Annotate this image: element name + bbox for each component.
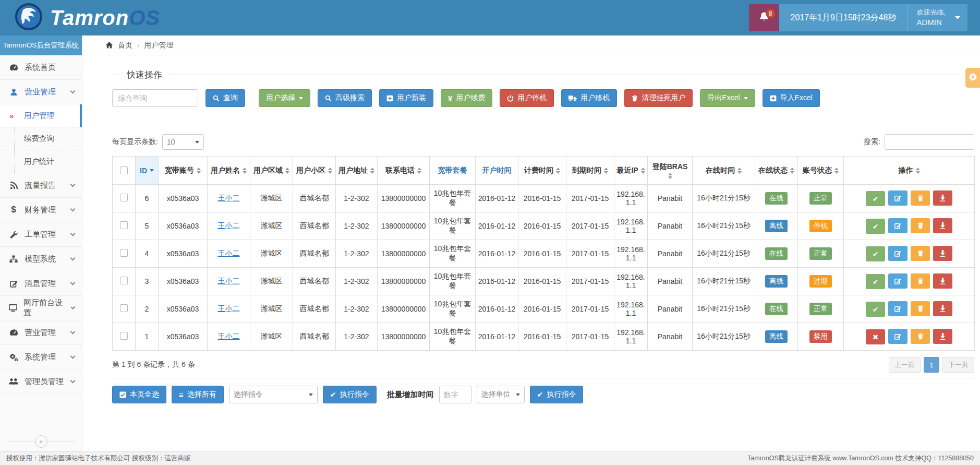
quick-op-button-2[interactable]: 高级搜索 bbox=[318, 89, 372, 107]
sidebar-item-9[interactable]: 系统管理 bbox=[0, 345, 82, 369]
user-name-link[interactable]: 王小二 bbox=[218, 221, 240, 230]
column-header-17[interactable]: 操作 bbox=[844, 157, 975, 185]
quick-op-button-3[interactable]: 用户新装 bbox=[379, 89, 433, 107]
download-icon bbox=[940, 305, 946, 312]
column-header-4[interactable]: 用户区域 bbox=[250, 157, 293, 185]
user-name-link[interactable]: 王小二 bbox=[218, 249, 240, 257]
download-user-button[interactable] bbox=[933, 218, 952, 233]
download-user-button[interactable] bbox=[933, 329, 952, 344]
cell-id: 6 bbox=[136, 185, 159, 212]
quick-op-button-1[interactable]: 用户选择 bbox=[259, 89, 310, 107]
delete-user-button[interactable] bbox=[911, 273, 930, 289]
user-name-link[interactable]: 王小二 bbox=[218, 332, 240, 340]
collapse-sidebar-button[interactable]: « bbox=[35, 435, 47, 448]
quick-op-button-9[interactable]: 导入Excel bbox=[763, 89, 820, 107]
column-header-7[interactable]: 联系电话 bbox=[378, 157, 430, 185]
quick-op-button-6[interactable]: 用户移机 bbox=[561, 89, 617, 107]
sidebar-item-3[interactable]: $财务管理 bbox=[0, 198, 82, 222]
user-name-link[interactable]: 王小二 bbox=[218, 277, 240, 285]
next-page-button[interactable]: 下一页 bbox=[942, 357, 974, 373]
quick-op-button-7[interactable]: 清理挂死用户 bbox=[624, 89, 693, 107]
column-header-13[interactable]: 登陆BRAS bbox=[648, 157, 693, 185]
sidebar-item-8[interactable]: 营业管理 bbox=[0, 320, 82, 345]
download-user-button[interactable] bbox=[933, 246, 952, 261]
edit-user-button[interactable] bbox=[888, 273, 908, 289]
edit-user-button[interactable] bbox=[888, 329, 908, 344]
select-page-button[interactable]: 本页全选 bbox=[112, 386, 166, 403]
enable-user-button[interactable]: ✔ bbox=[866, 302, 885, 317]
edit-user-button[interactable] bbox=[888, 246, 908, 261]
delete-user-button[interactable] bbox=[911, 329, 930, 344]
quick-op-button-4[interactable]: ¥用户续费 bbox=[441, 89, 492, 107]
sidebar-item-7[interactable]: 网厅前台设置 bbox=[0, 296, 82, 320]
batch-number-input[interactable] bbox=[439, 386, 471, 403]
select-all-button[interactable]: ≡ 选择所有 bbox=[172, 386, 224, 403]
user-name-link[interactable]: 王小二 bbox=[218, 304, 240, 313]
edit-user-button[interactable] bbox=[888, 301, 908, 316]
settings-flyout-button[interactable] bbox=[965, 68, 980, 88]
quick-op-button-8[interactable]: 导出Excel bbox=[700, 89, 755, 107]
download-user-button[interactable] bbox=[933, 190, 952, 206]
row-checkbox[interactable] bbox=[120, 332, 128, 340]
per-page-select[interactable]: 10 bbox=[162, 134, 204, 150]
chevron-down-icon bbox=[70, 304, 76, 309]
sidebar-item-5[interactable]: 模型系统 bbox=[0, 247, 82, 271]
column-header-3[interactable]: 用户姓名 bbox=[208, 157, 250, 185]
execute-command-button[interactable]: ✔ 执行指令 bbox=[323, 386, 377, 403]
download-user-button[interactable] bbox=[933, 301, 952, 316]
column-header-8[interactable]: 宽带套餐 bbox=[430, 157, 476, 185]
column-header-12[interactable]: 最近IP bbox=[614, 157, 648, 185]
sidebar-item-0[interactable]: 系统首页 bbox=[0, 55, 82, 80]
column-header-11[interactable]: 到期时间 bbox=[566, 157, 614, 185]
sidebar-subitem-2[interactable]: 用户统计 bbox=[0, 150, 82, 173]
sidebar-item-1[interactable]: 营业管理 bbox=[0, 80, 82, 104]
row-checkbox[interactable] bbox=[120, 304, 128, 312]
unit-select[interactable]: 选择单位 bbox=[477, 386, 525, 403]
sidebar-item-2[interactable]: 流量报告 bbox=[0, 173, 82, 198]
row-checkbox[interactable] bbox=[120, 221, 128, 229]
row-checkbox[interactable] bbox=[120, 249, 128, 257]
combined-search-input[interactable] bbox=[112, 89, 198, 107]
edit-user-button[interactable] bbox=[888, 190, 908, 206]
sidebar-item-4[interactable]: 工单管理 bbox=[0, 222, 82, 247]
page-1-button[interactable]: 1 bbox=[924, 357, 939, 373]
disable-user-button[interactable]: ✖ bbox=[866, 329, 885, 344]
column-label: 账号状态 bbox=[803, 166, 832, 175]
delete-user-button[interactable] bbox=[911, 218, 930, 233]
sidebar-subitem-1[interactable]: 续费查询 bbox=[0, 127, 82, 150]
download-user-button[interactable] bbox=[933, 273, 952, 289]
enable-user-button[interactable]: ✔ bbox=[866, 191, 885, 206]
delete-user-button[interactable] bbox=[911, 246, 930, 261]
table-search-input[interactable] bbox=[885, 134, 974, 150]
enable-user-button[interactable]: ✔ bbox=[866, 219, 885, 234]
enable-user-button[interactable]: ✔ bbox=[866, 246, 885, 261]
sidebar-item-10[interactable]: 管理员管理 bbox=[0, 369, 82, 394]
column-header-6[interactable]: 用户地址 bbox=[336, 157, 378, 185]
delete-user-button[interactable] bbox=[911, 190, 930, 206]
command-select[interactable]: 选择指令 bbox=[229, 386, 318, 403]
column-header-15[interactable]: 在线状态 bbox=[755, 157, 798, 185]
edit-user-button[interactable] bbox=[888, 218, 908, 233]
sidebar-subitem-0[interactable]: »用户管理 bbox=[0, 104, 82, 127]
delete-user-button[interactable] bbox=[911, 301, 930, 316]
row-checkbox[interactable] bbox=[120, 277, 128, 284]
quick-op-button-5[interactable]: 用户停机 bbox=[500, 89, 554, 107]
user-menu[interactable]: 欢迎光临, ADMIN bbox=[908, 4, 967, 31]
breadcrumb-home[interactable]: 首页 bbox=[118, 41, 132, 50]
sidebar-item-6[interactable]: 消息管理 bbox=[0, 271, 82, 296]
enable-user-button[interactable]: ✔ bbox=[866, 274, 885, 289]
column-header-1[interactable]: ID bbox=[136, 157, 159, 185]
notifications-button[interactable]: 8 bbox=[749, 4, 779, 31]
column-header-5[interactable]: 用户小区 bbox=[293, 157, 336, 185]
column-header-10[interactable]: 计费时间 bbox=[518, 157, 566, 185]
column-header-2[interactable]: 宽带账号 bbox=[159, 157, 208, 185]
execute-time-button[interactable]: ✔ 执行指令 bbox=[530, 386, 584, 403]
column-header-9[interactable]: 开户时间 bbox=[476, 157, 518, 185]
column-header-16[interactable]: 账号状态 bbox=[798, 157, 844, 185]
prev-page-button[interactable]: 上一页 bbox=[889, 357, 921, 373]
select-all-checkbox[interactable] bbox=[120, 166, 128, 174]
row-checkbox[interactable] bbox=[120, 194, 128, 201]
user-name-link[interactable]: 王小二 bbox=[218, 194, 240, 202]
quick-op-button-0[interactable]: 查询 bbox=[205, 89, 245, 107]
column-header-14[interactable]: 在线时间 bbox=[693, 157, 755, 185]
